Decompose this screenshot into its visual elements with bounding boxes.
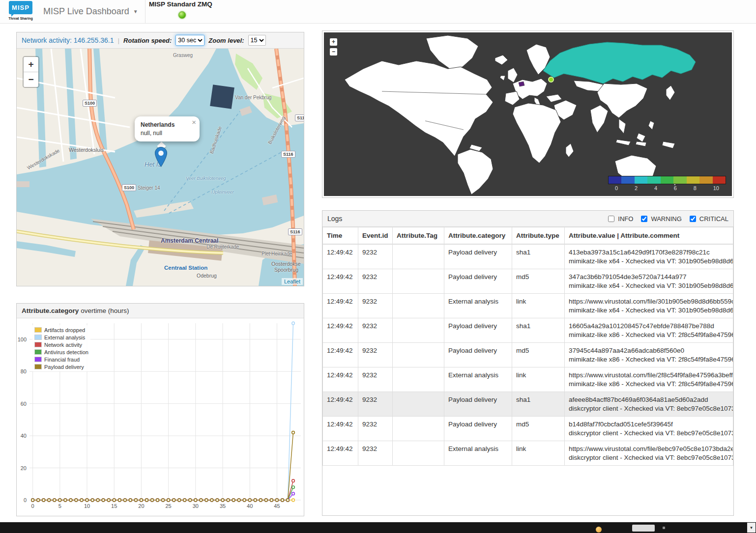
- log-filter-warning[interactable]: WARNING: [639, 214, 681, 224]
- filter-checkbox-info[interactable]: [608, 216, 614, 222]
- log-attribute-value: b14d8faf7f0cbcfad051cefe5f39645f: [569, 421, 729, 428]
- log-cell: [393, 367, 444, 392]
- attribute-category-panel: Attribute.category overtime (hours) 0204…: [16, 303, 304, 516]
- chart-legend: Artifacts droppedExternal analysisNetwor…: [32, 325, 90, 371]
- taskbar-item[interactable]: [632, 525, 655, 532]
- log-cell: 9232: [358, 269, 393, 294]
- color-scale-bar: [608, 176, 726, 184]
- popup-close-icon[interactable]: ×: [192, 118, 196, 126]
- log-attribute-comment: mimikatz-like x64 - Xchecked via VT: 301…: [569, 282, 729, 289]
- color-scale-tick: 0: [615, 185, 618, 191]
- svg-text:30: 30: [193, 503, 199, 509]
- log-cell: 9232: [358, 343, 393, 367]
- log-filter-info[interactable]: INFO: [606, 214, 633, 224]
- scroll-corner-button[interactable]: ▾: [747, 523, 756, 533]
- log-row: 12:49:429232Payload deliverymd537945c44a…: [323, 343, 733, 367]
- log-value-comment-cell: https://www.virustotal.com/file/8ebc97e0…: [565, 441, 733, 466]
- dashboard-title-dropdown[interactable]: MISP Live Dashboard ▼: [43, 0, 138, 23]
- log-row: 12:49:429232External analysislinkhttps:/…: [323, 367, 733, 392]
- svg-text:20: 20: [138, 503, 144, 509]
- log-row: 12:49:429232Payload deliverysha116605a4a…: [323, 318, 733, 343]
- log-filter-critical[interactable]: CRITICAL: [688, 214, 728, 224]
- popup-country: Netherlands: [141, 121, 194, 128]
- log-attribute-comment: mimikatz-like x86 - Xchecked via VT: 2f8…: [569, 331, 729, 338]
- filter-checkbox-critical[interactable]: [690, 216, 696, 222]
- zoom-level-select[interactable]: 15: [248, 35, 266, 46]
- zmq-label: MISP Standard ZMQ: [149, 0, 212, 8]
- log-row: 12:49:429232External analysislinkhttps:/…: [323, 294, 733, 318]
- log-cell: sha1: [512, 318, 565, 343]
- world-color-scale: 0246810: [608, 176, 726, 191]
- misp-logo[interactable]: MISP Threat Sharing: [7, 1, 34, 20]
- log-attribute-value: https://www.virustotal.com/file/8ebc97e0…: [569, 445, 729, 452]
- log-cell: 9232: [358, 294, 393, 318]
- chart-legend-item: Network activity: [34, 341, 88, 348]
- filter-checkbox-warning[interactable]: [641, 216, 647, 222]
- log-attribute-value: 347ac3b6b791054de3e5720a7144a977: [569, 273, 729, 281]
- legend-color-swatch: [34, 342, 42, 347]
- log-attribute-comment: diskcryptor client - Xchecked via VT: 8e…: [569, 454, 729, 461]
- log-cell: Payload delivery: [444, 392, 512, 417]
- chart-legend-item: Antivirus detection: [34, 348, 88, 356]
- color-scale-segment: [661, 176, 673, 184]
- world-map[interactable]: + − 0246810: [324, 32, 732, 196]
- top-navbar: MISP Threat Sharing MISP Live Dashboard …: [0, 0, 756, 24]
- log-cell: Payload delivery: [444, 417, 512, 441]
- log-cell: link: [512, 441, 565, 466]
- world-zoom-in-button[interactable]: +: [330, 38, 337, 46]
- log-row: 12:49:429232Payload deliverymd5347ac3b6b…: [323, 269, 733, 294]
- color-scale-segment: [713, 176, 726, 184]
- log-cell: md5: [512, 269, 565, 294]
- log-cell: 12:49:42: [323, 244, 358, 269]
- legend-color-swatch: [34, 349, 42, 355]
- chart-title-bold: Attribute.category: [22, 307, 79, 314]
- chart-legend-item: Artifacts dropped: [34, 326, 88, 334]
- svg-text:0: 0: [31, 503, 34, 509]
- world-map-panel: + − 0246810: [322, 30, 734, 198]
- world-activity-dot: [549, 77, 553, 82]
- logs-column-header: Attribute.Tag: [393, 227, 444, 245]
- log-level-filters: INFOWARNINGCRITICAL: [606, 214, 728, 224]
- logs-column-header: Event.id: [358, 227, 393, 245]
- rotation-speed-select[interactable]: 30 sec: [175, 35, 204, 46]
- network-activity-header: Network activity: 146.255.36.1 | Rotatio…: [17, 32, 304, 49]
- svg-text:15: 15: [111, 503, 117, 509]
- log-cell: link: [512, 367, 565, 392]
- log-cell: [393, 318, 444, 343]
- map-zoom-in-button[interactable]: +: [24, 57, 38, 72]
- log-cell: sha1: [512, 392, 565, 417]
- map-popup: × Netherlands null, null: [135, 116, 200, 141]
- color-scale-labels: 0246810: [608, 185, 726, 191]
- color-scale-tick: 6: [674, 185, 677, 191]
- map-attribution-link[interactable]: Leaflet: [282, 278, 303, 285]
- leaflet-map[interactable]: GraswegVan der PekbrugBuiksloterwegBadhu…: [17, 49, 304, 286]
- log-cell: md5: [512, 343, 565, 367]
- log-cell: 12:49:42: [323, 294, 358, 318]
- color-scale-tick: 8: [694, 185, 697, 191]
- log-value-comment-cell: afeee8b4acff87bc469a6f0364a81ae5d60a2add…: [565, 392, 733, 417]
- logs-header: Logs INFOWARNINGCRITICAL: [322, 211, 733, 227]
- log-row: 12:49:429232External analysislinkhttps:/…: [323, 441, 733, 466]
- log-cell: [393, 441, 444, 466]
- taskbar-orange-icon[interactable]: [596, 527, 602, 533]
- log-row: 12:49:429232Payload deliverymd5b14d8faf7…: [323, 417, 733, 441]
- zoom-level-label: Zoom level:: [208, 37, 244, 44]
- misp-logo-tagline: Threat Sharing: [7, 17, 34, 20]
- log-cell: 12:49:42: [323, 417, 358, 441]
- log-value-comment-cell: 347ac3b6b791054de3e5720a7144a977mimikatz…: [565, 269, 733, 294]
- log-cell: 9232: [358, 441, 393, 466]
- log-cell: Payload delivery: [444, 343, 512, 367]
- log-value-comment-cell: 37945c44a897aa42a66adcab68f560e0mimikatz…: [565, 343, 733, 367]
- map-zoom-out-button[interactable]: −: [24, 72, 38, 87]
- legend-color-swatch: [34, 335, 42, 340]
- svg-text:45: 45: [274, 503, 280, 509]
- log-value-comment-cell: https://www.virustotal.com/file/301b905e…: [565, 294, 733, 318]
- log-cell: 9232: [358, 417, 393, 441]
- world-zoom-out-button[interactable]: −: [330, 48, 337, 56]
- color-scale-segment: [609, 176, 621, 184]
- chart-legend-item: Payload delivery: [34, 363, 88, 370]
- svg-text:25: 25: [165, 503, 171, 509]
- log-value-comment-cell: b14d8faf7f0cbcfad051cefe5f39645fdiskcryp…: [565, 417, 733, 441]
- color-scale-tick: 4: [654, 185, 657, 191]
- region-russia: [543, 42, 696, 84]
